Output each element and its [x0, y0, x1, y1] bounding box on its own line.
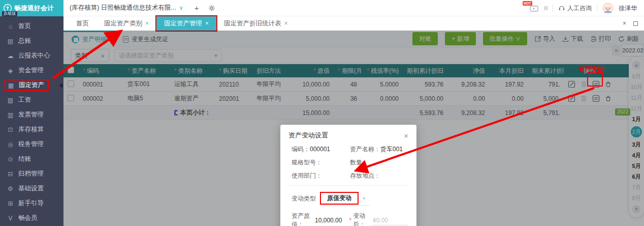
funds-icon: ◈: [7, 67, 14, 74]
add-workspace-icon[interactable]: +: [195, 4, 199, 12]
app-window: 畅捷通好会计 旗舰版 (库存核算) 日照畅捷通信息技术有限... ∨ + HOT…: [0, 0, 644, 226]
sidebar-item-cloud-reports[interactable]: ☁云报表中心: [0, 48, 63, 63]
home-icon: ⌂: [7, 23, 14, 30]
change-type-select[interactable]: 原值变动 ▾: [320, 192, 369, 206]
payroll-icon: ▧: [7, 97, 14, 104]
sidebar: ⌂首页 ▤总账 ☁云报表中心 ◈资金管理 ▦固定资产 ▧工资 ▥发票管理 ⊡库存…: [0, 16, 63, 226]
asset-change-modal: 资产变动设置 × 编码：000001 资产名称：货车001 规格型号： 数量： …: [280, 125, 416, 226]
annotation-box-change-type: 原值变动: [320, 192, 359, 205]
ledger-icon: ▤: [7, 38, 14, 45]
change-type-label: 变动类型: [292, 194, 316, 203]
sidebar-item-home[interactable]: ⌂首页: [0, 19, 63, 34]
divider: [553, 5, 553, 12]
original-value-label: 资产原值：: [292, 212, 315, 226]
required-asterisk: *: [349, 217, 351, 224]
vip-icon: Ⅴ: [7, 215, 14, 222]
drag-handle-icon: [544, 6, 548, 10]
modal-info-fields: 编码：000001 资产名称：货车001 规格型号： 数量： 使用部门： 存放地…: [288, 145, 408, 186]
sidebar-item-inventory[interactable]: ⊡库存核算: [0, 122, 63, 137]
active-item-arrow: [59, 83, 62, 88]
close-all-icon[interactable]: ×: [623, 20, 626, 27]
annotation-box-sidebar: ▦固定资产: [5, 79, 49, 91]
asset-name-value: 货车001: [380, 146, 403, 153]
modal-close-icon[interactable]: ×: [404, 131, 408, 140]
sidebar-item-general-ledger[interactable]: ▤总账: [0, 34, 63, 48]
hot-badge: HOT: [523, 1, 532, 6]
fixed-assets-icon: ▦: [7, 82, 15, 89]
video-tutorial-icon[interactable]: HOT: [530, 5, 538, 12]
headset-icon: [558, 5, 565, 12]
tab-asset-categories[interactable]: 固定资产类别×: [96, 16, 156, 31]
close-tab-icon[interactable]: ×: [284, 20, 288, 27]
app-logo: 畅捷通好会计 旗舰版: [0, 0, 63, 16]
settings-gear-icon[interactable]: [208, 5, 215, 12]
close-tab-icon[interactable]: ×: [145, 20, 149, 27]
username[interactable]: 徐泽华: [619, 4, 637, 13]
inventory-icon: ⊡: [7, 126, 14, 133]
fullscreen-icon[interactable]: [633, 21, 638, 26]
archive-icon: ⊟: [7, 171, 14, 178]
edition-badge: 旗舰版: [2, 11, 17, 16]
closing-icon: ⊙: [7, 156, 14, 163]
divider: [597, 5, 597, 12]
after-amount-input[interactable]: [372, 216, 408, 225]
sidebar-item-membership[interactable]: Ⅴ畅会员: [0, 211, 63, 225]
modal-title: 资产变动设置: [288, 131, 328, 140]
invoice-icon: ▥: [7, 111, 14, 119]
tab-home[interactable]: 首页: [69, 16, 96, 31]
cloud-report-icon: ☁: [7, 52, 14, 60]
page-tabbar: 首页 固定资产类别× 固定资产管理× 固定资产折旧统计表× ×: [63, 16, 644, 31]
workspace-title[interactable]: (库存核算) 日照畅捷通信息技术有限...: [70, 4, 176, 12]
sidebar-item-beginner-guide[interactable]: ⊞新手引导: [0, 196, 63, 211]
tab-asset-management[interactable]: 固定资产管理×: [156, 16, 216, 31]
caret-down-icon: ▾: [363, 195, 365, 201]
sidebar-item-closing[interactable]: ⊙结账: [0, 152, 63, 166]
support-link[interactable]: 人工咨询: [558, 4, 592, 13]
sidebar-item-archive[interactable]: ⊟归档管理: [0, 166, 63, 181]
sidebar-item-settings[interactable]: ⚙基础设置: [0, 181, 63, 196]
sidebar-item-funds[interactable]: ◈资金管理: [0, 63, 63, 78]
sidebar-item-invoices[interactable]: ▥发票管理: [0, 107, 63, 122]
avatar[interactable]: [602, 3, 614, 14]
settings-icon: ⚙: [7, 185, 14, 192]
tax-icon: ◎: [7, 141, 14, 148]
after-change-label: 变动后：: [353, 212, 372, 226]
sidebar-item-fixed-assets[interactable]: ▦固定资产: [0, 78, 63, 93]
sidebar-item-tax[interactable]: ◎税务管理: [0, 137, 63, 152]
tab-depreciation-report[interactable]: 固定资产折旧统计表×: [216, 16, 296, 31]
app-logo-text: 畅捷通好会计: [14, 4, 54, 13]
original-value: 10,000.00: [315, 217, 342, 224]
topbar: (库存核算) 日照畅捷通信息技术有限... ∨ + HOT 人工咨询: [63, 0, 644, 16]
sidebar-item-payroll[interactable]: ▧工资: [0, 93, 63, 107]
workspace-caret-icon[interactable]: ∨: [179, 5, 183, 11]
close-tab-icon[interactable]: ×: [205, 20, 209, 27]
guide-icon: ⊞: [7, 200, 14, 207]
asset-code-value: 000001: [310, 146, 330, 153]
